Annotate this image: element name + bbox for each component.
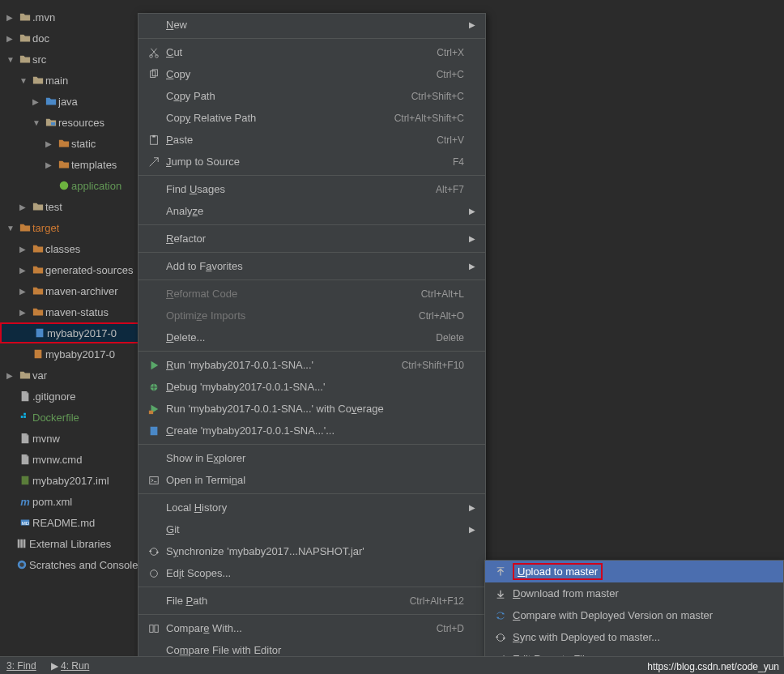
spring-icon <box>57 180 71 191</box>
tree-arrow[interactable]: ▶ <box>6 371 18 380</box>
tree-label: target <box>32 222 59 234</box>
menu-item-refactor[interactable]: Refactor▶ <box>138 228 485 250</box>
debug-icon <box>148 382 166 393</box>
sync2-icon <box>495 610 513 621</box>
menu-shortcut: Ctrl+X <box>437 47 464 58</box>
menu-item-runmybaby2017001sna[interactable]: Run 'mybaby2017-0.0.1-SNA...'Ctrl+Shift+… <box>138 354 485 376</box>
tree-arrow[interactable]: ▶ <box>19 287 31 296</box>
deployment-submenu: Upload to masterDownload from masterComp… <box>484 560 784 671</box>
menu-item-showinexplorer[interactable]: Show in Explorer <box>138 447 485 469</box>
tree-label: mvnw.cmd <box>32 454 82 466</box>
tree-arrow[interactable]: ▼ <box>19 76 31 85</box>
menu-item-localhistory[interactable]: Local History▶ <box>138 497 485 518</box>
menu-label: Copy Relative Path <box>166 112 394 124</box>
menu-item-debugmybaby2017001sna[interactable]: Debug 'mybaby2017-0.0.1-SNA...' <box>138 376 485 398</box>
submenu-item-downloadfrommaster[interactable]: Download from master <box>485 582 783 604</box>
status-run[interactable]: ▶ 4: Run <box>51 660 90 672</box>
submenu-item-syncwithdeployedtomaster[interactable]: Sync with Deployed to master... <box>485 626 783 648</box>
menu-label: File Path <box>166 595 410 607</box>
tree-arrow[interactable]: ▼ <box>6 224 18 232</box>
menu-item-cut[interactable]: CutCtrl+X <box>138 41 485 63</box>
tree-label: maven-status <box>45 306 109 318</box>
tree-arrow[interactable]: ▶ <box>6 13 18 22</box>
svg-rect-0 <box>51 122 55 126</box>
tree-label: doc <box>32 32 49 45</box>
menu-item-editscopes[interactable]: Edit Scopes... <box>138 562 485 584</box>
menu-item-openinterminal[interactable]: Open in Terminal <box>138 469 485 491</box>
menu-label: Git <box>166 523 464 535</box>
tree-arrow[interactable]: ▶ <box>19 203 31 211</box>
menu-shortcut: Ctrl+Alt+O <box>419 310 464 322</box>
folder-gen-icon <box>31 285 45 296</box>
menu-item-copyrelativepath[interactable]: Copy Relative PathCtrl+Alt+Shift+C <box>138 107 485 129</box>
maven-icon: m <box>18 496 32 508</box>
menu-item-filepath[interactable]: File PathCtrl+Alt+F12 <box>138 590 485 612</box>
menu-item-new[interactable]: New▶ <box>138 14 485 36</box>
menu-label: Jump to Source <box>166 156 453 168</box>
folder-gen-icon <box>31 264 45 275</box>
menu-shortcut: F4 <box>453 156 464 168</box>
context-menu: New▶CutCtrl+XCopyCtrl+CCopy PathCtrl+Shi… <box>138 13 486 674</box>
menu-item-git[interactable]: Git▶ <box>138 518 485 540</box>
folder-gen-icon <box>31 243 45 254</box>
tree-arrow[interactable]: ▶ <box>6 34 18 43</box>
menu-label: Show in Explorer <box>166 452 464 464</box>
menu-shortcut: Ctrl+Alt+F12 <box>410 595 464 607</box>
status-find[interactable]: 3: Find <box>6 660 36 672</box>
upload-icon <box>495 566 513 578</box>
submenu-item-comparewithdeployedversiononmaster[interactable]: Compare with Deployed Version on master <box>485 604 783 626</box>
scratch-icon <box>15 559 29 570</box>
menu-item-paste[interactable]: PasteCtrl+V <box>138 129 485 151</box>
file-icon <box>18 390 32 402</box>
menu-shortcut: Ctrl+Alt+L <box>421 288 464 300</box>
submenu-label: Download from master <box>513 587 773 599</box>
copy-icon <box>148 69 166 80</box>
menu-label: Local History <box>166 501 464 514</box>
folder-gen-icon <box>31 306 45 318</box>
run-icon <box>148 360 166 371</box>
download-icon <box>495 588 513 599</box>
menu-item-copy[interactable]: CopyCtrl+C <box>138 63 485 85</box>
menu-item-findusages[interactable]: Find UsagesAlt+F7 <box>138 178 485 200</box>
svg-point-1 <box>60 181 69 190</box>
submenu-label: Upload to master <box>513 563 773 580</box>
menu-label: Copy Path <box>166 90 411 102</box>
menu-item-createmybaby2017001sna[interactable]: Create 'mybaby2017-0.0.1-SNA...'... <box>138 420 485 442</box>
menu-item-runmybaby2017001snawithcoverage[interactable]: Run 'mybaby2017-0.0.1-SNA...' with Cover… <box>138 398 485 420</box>
submenu-arrow-icon: ▶ <box>464 20 475 29</box>
menu-item-reformatcode: Reformat CodeCtrl+Alt+L <box>138 283 485 305</box>
menu-label: Open in Terminal <box>166 474 464 486</box>
menu-item-addtofavorites[interactable]: Add to Favorites▶ <box>138 255 485 277</box>
menu-label: Create 'mybaby2017-0.0.1-SNA...'... <box>166 424 464 437</box>
jar-blue-icon <box>32 327 47 339</box>
menu-shortcut: Ctrl+C <box>437 69 464 80</box>
folder-gen-icon <box>57 138 71 149</box>
tree-arrow[interactable]: ▶ <box>19 245 31 254</box>
tree-label: application <box>71 180 121 192</box>
submenu-item-uploadtomaster[interactable]: Upload to master <box>485 561 783 582</box>
tree-arrow[interactable]: ▶ <box>19 266 31 275</box>
tree-arrow[interactable]: ▼ <box>32 118 44 127</box>
menu-item-delete[interactable]: Delete...Delete <box>138 326 485 348</box>
folder-gen-icon <box>57 159 71 170</box>
menu-item-comparewith[interactable]: Compare With...Ctrl+D <box>138 617 485 639</box>
folder-icon <box>31 75 45 86</box>
tree-arrow[interactable]: ▼ <box>6 55 18 64</box>
submenu-arrow-icon: ▶ <box>464 234 475 243</box>
tree-arrow[interactable]: ▶ <box>45 139 57 148</box>
menu-item-synchronizemybaby2017napshotjar[interactable]: Synchronize 'mybaby2017...NAPSHOT.jar' <box>138 540 485 562</box>
menu-item-analyze[interactable]: Analyze▶ <box>138 200 485 222</box>
menu-label: Run 'mybaby2017-0.0.1-SNA...' <box>166 359 402 371</box>
create-icon <box>148 425 166 437</box>
svg-rect-27 <box>155 625 158 632</box>
menu-item-copypath[interactable]: Copy PathCtrl+Shift+C <box>138 85 485 107</box>
tree-arrow[interactable]: ▶ <box>45 160 57 169</box>
tree-label: classes <box>45 243 80 255</box>
svg-point-14 <box>19 562 23 566</box>
menu-item-jumptosource[interactable]: Jump to SourceF4 <box>138 151 485 173</box>
tree-arrow[interactable]: ▶ <box>19 308 31 317</box>
tree-arrow[interactable]: ▶ <box>32 97 44 106</box>
tree-label: static <box>71 138 96 150</box>
tree-label: generated-sources <box>45 264 133 276</box>
lib-icon <box>15 538 29 549</box>
